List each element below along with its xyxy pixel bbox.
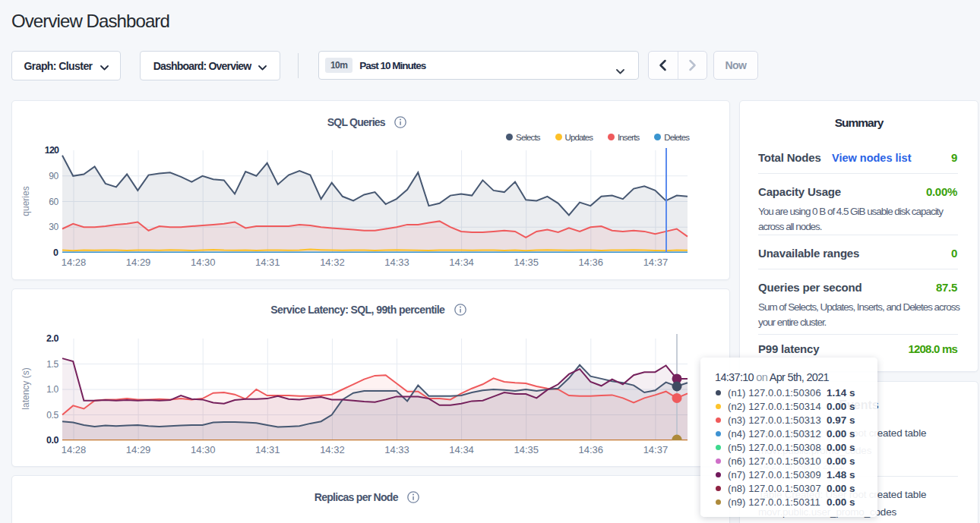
svg-text:14:32: 14:32 [320,257,345,268]
svg-text:14:28: 14:28 [62,444,87,455]
svg-text:90: 90 [49,171,58,181]
svg-text:14:34: 14:34 [449,444,474,455]
svg-text:latency (s): latency (s) [21,367,31,409]
svg-text:14:35: 14:35 [514,444,539,455]
svg-text:14:29: 14:29 [126,444,151,455]
svg-text:14:33: 14:33 [384,444,409,455]
svg-text:14:30: 14:30 [191,257,216,268]
svg-text:0.0: 0.0 [46,435,58,446]
svg-text:14:37: 14:37 [643,444,669,455]
svg-text:queries: queries [21,186,31,216]
svg-text:14:36: 14:36 [579,444,604,455]
svg-text:0: 0 [53,247,58,258]
svg-text:30: 30 [49,222,58,232]
svg-text:14:33: 14:33 [384,257,409,268]
svg-text:60: 60 [49,197,58,207]
svg-text:14:37: 14:37 [643,257,669,268]
svg-text:14:31: 14:31 [255,257,280,268]
svg-text:1.5: 1.5 [46,359,58,370]
svg-text:14:35: 14:35 [514,257,539,268]
svg-text:14:29: 14:29 [126,257,151,268]
svg-text:14:31: 14:31 [255,444,280,455]
svg-text:14:32: 14:32 [320,444,345,455]
svg-text:14:36: 14:36 [579,257,604,268]
svg-text:2.0: 2.0 [46,333,58,344]
svg-text:14:30: 14:30 [191,444,216,455]
svg-text:14:34: 14:34 [449,257,474,268]
svg-text:14:28: 14:28 [62,257,87,268]
svg-text:0.5: 0.5 [46,410,58,421]
svg-text:120: 120 [45,145,59,156]
svg-text:1.0: 1.0 [46,384,58,395]
